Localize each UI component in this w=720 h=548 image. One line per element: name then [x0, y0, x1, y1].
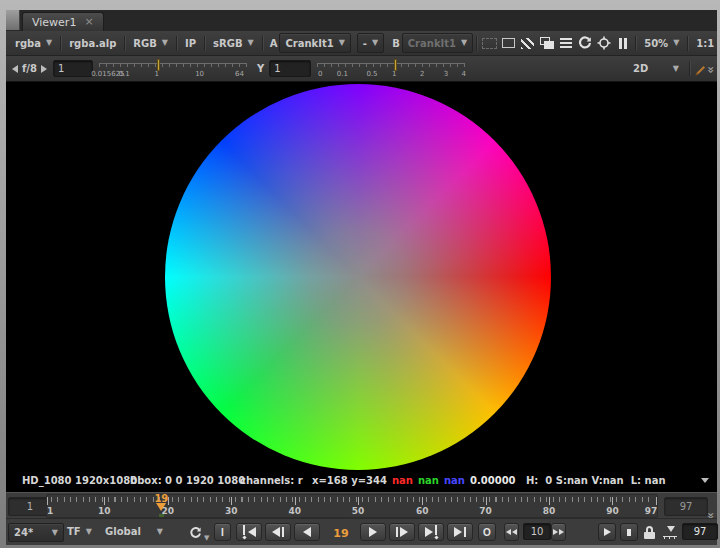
info-bar: HD_1080 1920x1080 bbox: 0 0 1920 1080 ch… [6, 470, 717, 492]
input-process-toggle-button[interactable]: I [214, 523, 231, 541]
playhead[interactable]: 19 [154, 494, 168, 517]
roi-icon[interactable] [480, 34, 499, 52]
expand-toolbar-icon[interactable]: » [704, 66, 718, 74]
chevron-down-icon: ▼ [162, 39, 168, 47]
viewer-pane: Viewer1 × rgba ▼ rgba.alp RGB ▼ IP [6, 10, 717, 545]
chevron-down-icon: ▼ [673, 39, 679, 47]
fps-dropdown[interactable]: 24* ▼ [8, 523, 64, 542]
color-wheel-image [165, 84, 551, 470]
wipe-icon[interactable] [518, 34, 537, 52]
play-forward-icon [369, 527, 377, 537]
fstop-decrease-icon[interactable] [12, 65, 18, 73]
gamma-input[interactable] [269, 60, 311, 77]
divider [687, 36, 688, 51]
nuke-viewer-window: Viewer1 × rgba ▼ rgba.alp RGB ▼ IP [0, 0, 720, 548]
jump-back-button[interactable] [504, 523, 519, 541]
chevron-down-icon: ▼ [52, 529, 58, 537]
pane-corner-handle[interactable] [6, 10, 20, 30]
play-icon [604, 528, 611, 536]
view-mode-dropdown[interactable]: 2D ▼ [628, 60, 684, 78]
last-frame-input[interactable] [682, 523, 718, 540]
gate-display-icon[interactable] [499, 34, 518, 52]
display-mode-dropdown[interactable]: RGB ▼ [128, 34, 173, 52]
pixel-aspect-dropdown[interactable]: 1:1 ▼ [691, 34, 720, 52]
frame-range-lock-button[interactable]: O [478, 523, 496, 541]
go-to-end-button[interactable] [447, 523, 473, 541]
alpha-layer-dropdown[interactable]: rgba.alp [64, 34, 121, 52]
frame-increment-input[interactable] [523, 523, 551, 540]
start-keyframe-icon [243, 525, 246, 539]
chevron-down-icon: ▼ [157, 528, 163, 536]
tab-bar: Viewer1 × [6, 10, 717, 32]
chevron-down-icon: ▼ [461, 39, 467, 47]
format-info: HD_1080 1920x1080 [22, 475, 137, 486]
transport-bar: 24* ▼ TF ▼ Global ▼ ▼ I [6, 518, 717, 545]
input-b-dropdown[interactable]: CrankIt1 ▼ [402, 33, 473, 53]
stop-icon [627, 529, 631, 536]
cursor-position: x=168 y=344 [312, 475, 387, 486]
pause-icon[interactable] [613, 34, 632, 52]
green-sample-value: nan [418, 475, 439, 486]
zoom-level-dropdown[interactable]: 50% ▼ [639, 34, 684, 52]
chevron-down-icon: ▼ [673, 65, 679, 73]
flipbook-play-button[interactable] [598, 523, 616, 541]
gamma-slider[interactable]: 0 0.1 0.5 1 2 3 4 [317, 59, 465, 79]
gamma-label: Y [257, 63, 264, 74]
aperture-icon[interactable] [594, 34, 613, 52]
divider [635, 36, 636, 51]
play-forward-button[interactable] [360, 523, 386, 541]
close-icon[interactable]: × [84, 17, 93, 27]
divider [124, 36, 125, 51]
timeline-ruler[interactable]: 1 10 20 30 40 50 60 70 80 90 97 19 [46, 494, 658, 518]
double-left-icon [506, 529, 511, 535]
compare-mode-dropdown[interactable]: - ▼ [357, 33, 384, 53]
timecode-mode-dropdown[interactable]: TF ▼ [62, 523, 97, 540]
playhead-marker-icon [156, 503, 166, 511]
stop-button[interactable] [620, 523, 638, 541]
viewer-canvas[interactable] [6, 82, 717, 470]
stack-mode-icon[interactable] [556, 34, 575, 52]
playhead-flag-icon[interactable] [663, 526, 677, 539]
play-backward-icon [303, 527, 311, 537]
jump-forward-button[interactable] [551, 523, 566, 541]
step-forward-icon [400, 527, 408, 537]
blue-sample-value: nan [444, 475, 465, 486]
bbox-info: bbox: 0 0 1920 1080 [130, 475, 245, 486]
lock-icon[interactable] [644, 526, 655, 539]
divider [689, 61, 690, 76]
input-process-button[interactable]: IP [180, 34, 201, 52]
compose-layers-icon[interactable] [537, 34, 556, 52]
input-a-dropdown[interactable]: CrankIt1 ▼ [279, 33, 350, 53]
viewer-toolbar: rgba ▼ rgba.alp RGB ▼ IP sRGB ▼ A [6, 31, 717, 56]
divider [60, 36, 61, 51]
input-b-label: B [392, 38, 400, 49]
chevron-down-icon: ▼ [248, 39, 254, 47]
fstop-increase-icon[interactable] [41, 65, 47, 73]
chevron-down-icon: ▼ [372, 39, 378, 47]
gain-slider[interactable]: 0.015625 0.1 1 10 64 [99, 59, 247, 79]
info-dropdown-icon[interactable] [701, 478, 709, 483]
current-frame-display: 19 [326, 527, 356, 540]
divider [176, 36, 177, 51]
playback-loop-icon[interactable]: ▼ [188, 525, 209, 544]
play-backward-button[interactable] [294, 523, 320, 541]
divider [476, 36, 477, 51]
refresh-icon[interactable] [575, 34, 594, 52]
tab-viewer1[interactable]: Viewer1 × [22, 12, 104, 31]
range-mode-dropdown[interactable]: Global ▼ [100, 523, 168, 540]
alpha-sample-value: 0.00000 [470, 475, 516, 486]
step-back-button[interactable] [265, 523, 291, 541]
go-to-start-button[interactable] [236, 523, 262, 541]
hsvl-info: H: 0 S:nan V:nan L: nan [526, 475, 666, 486]
current-frame-tick [159, 514, 164, 517]
divider [204, 36, 205, 51]
chevron-down-icon: ▼ [46, 39, 52, 47]
fstop-label: f/8 [22, 63, 37, 74]
step-back-icon [272, 527, 280, 537]
viewer-lut-dropdown[interactable]: sRGB ▼ [208, 34, 259, 52]
channels-dropdown[interactable]: rgba ▼ [10, 34, 57, 52]
range-end-input[interactable] [664, 497, 708, 516]
gain-input[interactable] [53, 60, 93, 77]
step-forward-button[interactable] [389, 523, 415, 541]
next-keyframe-button[interactable] [418, 523, 444, 541]
